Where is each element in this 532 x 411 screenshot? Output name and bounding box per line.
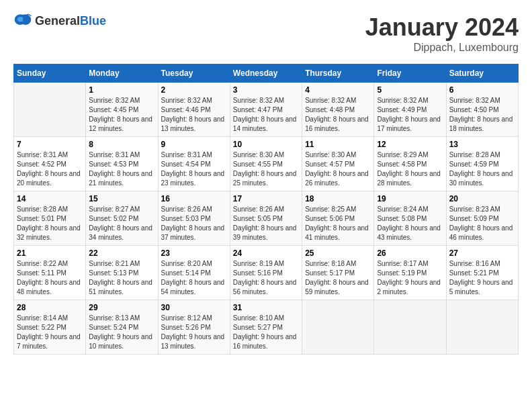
- daylight-text: Daylight: 9 hours and 16 minutes.: [233, 333, 297, 350]
- table-row: 31 Sunrise: 8:10 AM Sunset: 5:27 PM Dayl…: [230, 300, 302, 355]
- calendar-table: Sunday Monday Tuesday Wednesday Thursday…: [13, 64, 519, 355]
- day-info: Sunrise: 8:30 AM Sunset: 4:57 PM Dayligh…: [305, 150, 371, 188]
- daylight-text: Daylight: 8 hours and 30 minutes.: [449, 170, 513, 187]
- day-number: 4: [305, 85, 371, 95]
- day-number: 2: [161, 85, 227, 95]
- day-number: 31: [233, 303, 299, 312]
- sunset-text: Sunset: 5:01 PM: [17, 215, 66, 222]
- sunrise-text: Sunrise: 8:31 AM: [17, 151, 68, 158]
- col-monday: Monday: [86, 64, 158, 83]
- day-number: 12: [377, 140, 443, 149]
- sunrise-text: Sunrise: 8:23 AM: [449, 205, 500, 213]
- sunset-text: Sunset: 5:08 PM: [377, 215, 427, 222]
- calendar-week-row: 7 Sunrise: 8:31 AM Sunset: 4:52 PM Dayli…: [14, 137, 519, 191]
- day-info: Sunrise: 8:14 AM Sunset: 5:22 PM Dayligh…: [17, 314, 83, 351]
- day-number: 26: [377, 248, 443, 258]
- day-number: 20: [449, 194, 515, 203]
- day-info: Sunrise: 8:32 AM Sunset: 4:50 PM Dayligh…: [449, 96, 515, 134]
- sunrise-text: Sunrise: 8:18 AM: [305, 260, 356, 267]
- daylight-text: Daylight: 8 hours and 16 minutes.: [305, 116, 369, 132]
- day-number: 15: [89, 194, 154, 203]
- daylight-text: Daylight: 9 hours and 13 minutes.: [161, 333, 225, 350]
- daylight-text: Daylight: 9 hours and 10 minutes.: [89, 333, 152, 350]
- sunrise-text: Sunrise: 8:32 AM: [89, 97, 140, 104]
- daylight-text: Daylight: 8 hours and 41 minutes.: [305, 224, 369, 241]
- day-number: 28: [17, 303, 83, 312]
- col-sunday: Sunday: [14, 64, 86, 83]
- sunset-text: Sunset: 5:02 PM: [89, 215, 138, 222]
- day-info: Sunrise: 8:27 AM Sunset: 5:02 PM Dayligh…: [89, 205, 154, 242]
- table-row: [302, 300, 374, 355]
- sunrise-text: Sunrise: 8:32 AM: [305, 97, 356, 104]
- col-thursday: Thursday: [302, 64, 374, 83]
- sunset-text: Sunset: 5:26 PM: [161, 324, 211, 331]
- day-number: 5: [377, 85, 443, 95]
- day-number: 16: [161, 194, 227, 203]
- sunrise-text: Sunrise: 8:32 AM: [161, 97, 212, 104]
- day-number: 7: [17, 140, 83, 149]
- sunrise-text: Sunrise: 8:16 AM: [449, 260, 500, 267]
- table-row: 23 Sunrise: 8:20 AM Sunset: 5:14 PM Dayl…: [158, 246, 230, 300]
- day-number: 24: [233, 248, 299, 258]
- sunset-text: Sunset: 5:03 PM: [161, 215, 211, 222]
- logo-icon: [13, 13, 32, 28]
- daylight-text: Daylight: 8 hours and 13 minutes.: [161, 116, 225, 132]
- day-info: Sunrise: 8:25 AM Sunset: 5:06 PM Dayligh…: [305, 205, 371, 242]
- day-number: 30: [161, 303, 227, 312]
- calendar-week-row: 1 Sunrise: 8:32 AM Sunset: 4:45 PM Dayli…: [14, 83, 519, 137]
- day-number: 11: [305, 140, 371, 149]
- day-number: 17: [233, 194, 299, 203]
- daylight-text: Daylight: 8 hours and 28 minutes.: [377, 170, 441, 187]
- day-info: Sunrise: 8:13 AM Sunset: 5:24 PM Dayligh…: [89, 314, 154, 351]
- sunrise-text: Sunrise: 8:28 AM: [449, 151, 500, 158]
- sunset-text: Sunset: 5:24 PM: [89, 324, 138, 331]
- day-info: Sunrise: 8:32 AM Sunset: 4:45 PM Dayligh…: [89, 96, 154, 134]
- table-row: 22 Sunrise: 8:21 AM Sunset: 5:13 PM Dayl…: [86, 246, 158, 300]
- daylight-text: Daylight: 8 hours and 12 minutes.: [89, 116, 152, 132]
- day-number: 22: [89, 248, 154, 258]
- daylight-text: Daylight: 8 hours and 18 minutes.: [449, 116, 513, 132]
- table-row: 11 Sunrise: 8:30 AM Sunset: 4:57 PM Dayl…: [302, 137, 374, 191]
- sunset-text: Sunset: 4:46 PM: [161, 106, 211, 113]
- sunrise-text: Sunrise: 8:30 AM: [233, 151, 284, 158]
- sunrise-text: Sunrise: 8:20 AM: [161, 260, 212, 267]
- day-info: Sunrise: 8:32 AM Sunset: 4:49 PM Dayligh…: [377, 96, 443, 134]
- table-row: 24 Sunrise: 8:19 AM Sunset: 5:16 PM Dayl…: [230, 246, 302, 300]
- table-row: 20 Sunrise: 8:23 AM Sunset: 5:09 PM Dayl…: [446, 191, 518, 246]
- day-info: Sunrise: 8:31 AM Sunset: 4:54 PM Dayligh…: [161, 150, 227, 188]
- sunset-text: Sunset: 4:49 PM: [377, 106, 427, 113]
- day-info: Sunrise: 8:30 AM Sunset: 4:55 PM Dayligh…: [233, 150, 299, 188]
- sunrise-text: Sunrise: 8:21 AM: [89, 260, 140, 267]
- day-number: 14: [17, 194, 83, 203]
- table-row: 26 Sunrise: 8:17 AM Sunset: 5:19 PM Dayl…: [374, 246, 446, 300]
- day-number: 29: [89, 303, 154, 312]
- table-row: [14, 83, 86, 137]
- sunrise-text: Sunrise: 8:25 AM: [305, 205, 356, 213]
- day-number: 9: [161, 140, 227, 149]
- table-row: 15 Sunrise: 8:27 AM Sunset: 5:02 PM Dayl…: [86, 191, 158, 246]
- daylight-text: Daylight: 8 hours and 34 minutes.: [89, 224, 152, 241]
- sunrise-text: Sunrise: 8:26 AM: [161, 205, 212, 213]
- col-friday: Friday: [374, 64, 446, 83]
- day-info: Sunrise: 8:28 AM Sunset: 5:01 PM Dayligh…: [17, 205, 83, 242]
- sunset-text: Sunset: 4:53 PM: [89, 161, 138, 168]
- sunset-text: Sunset: 5:05 PM: [233, 215, 283, 222]
- table-row: [446, 300, 518, 355]
- daylight-text: Daylight: 8 hours and 37 minutes.: [161, 224, 225, 241]
- sunrise-text: Sunrise: 8:10 AM: [233, 314, 284, 322]
- table-row: 5 Sunrise: 8:32 AM Sunset: 4:49 PM Dayli…: [374, 83, 446, 137]
- day-info: Sunrise: 8:31 AM Sunset: 4:53 PM Dayligh…: [89, 150, 154, 188]
- table-row: 25 Sunrise: 8:18 AM Sunset: 5:17 PM Dayl…: [302, 246, 374, 300]
- daylight-text: Daylight: 8 hours and 21 minutes.: [89, 170, 152, 187]
- daylight-text: Daylight: 8 hours and 54 minutes.: [161, 279, 225, 295]
- sunrise-text: Sunrise: 8:32 AM: [233, 97, 284, 104]
- sunset-text: Sunset: 5:19 PM: [377, 269, 427, 277]
- logo-general: General: [35, 14, 80, 28]
- sunrise-text: Sunrise: 8:19 AM: [233, 260, 284, 267]
- col-saturday: Saturday: [446, 64, 518, 83]
- daylight-text: Daylight: 8 hours and 23 minutes.: [161, 170, 225, 187]
- logo-text: GeneralBlue: [35, 14, 106, 28]
- sunset-text: Sunset: 5:22 PM: [17, 324, 66, 331]
- daylight-text: Daylight: 9 hours and 5 minutes.: [449, 279, 513, 295]
- col-wednesday: Wednesday: [230, 64, 302, 83]
